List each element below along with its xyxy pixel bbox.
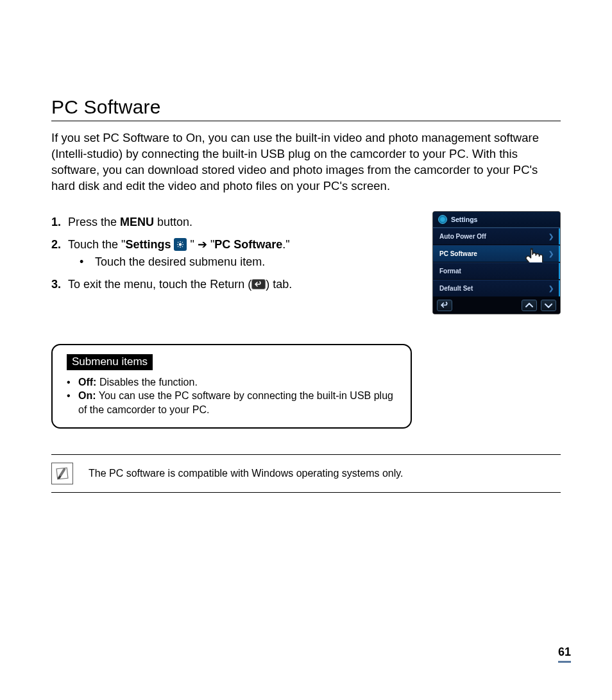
submenu-item-on: • On: You can use the PC software by con… <box>67 389 396 416</box>
step-text: Touch the " <box>68 238 125 251</box>
row-label: PC Software <box>439 250 477 257</box>
row-label: Format <box>439 268 461 275</box>
step-sub: • Touch the desired submenu item. <box>80 253 414 271</box>
pc-software-label: PC Software <box>214 238 282 251</box>
submenu-box: Submenu items • Off: Disables the functi… <box>51 344 412 429</box>
off-label: Off: <box>78 377 96 388</box>
gear-icon <box>438 215 447 224</box>
scroll-up-button[interactable] <box>522 300 537 311</box>
settings-label: Settings <box>125 238 171 251</box>
on-text: You can use the PC software by connectin… <box>78 390 393 415</box>
note: The PC software is compatible with Windo… <box>51 454 561 493</box>
return-button[interactable] <box>437 300 452 311</box>
step-text: ." <box>282 238 289 251</box>
step-text: Press the <box>68 216 120 228</box>
note-icon <box>51 463 73 484</box>
gear-icon <box>174 238 187 251</box>
step-text: button. <box>154 216 192 228</box>
submenu-item-off: • Off: Disables the function. <box>67 375 396 389</box>
steps-list: 1. Press the MENU button. 2. Touch the "… <box>51 214 414 298</box>
off-text: Disables the function. <box>96 377 197 388</box>
step-1: 1. Press the MENU button. <box>51 214 414 231</box>
scroll-down-button[interactable] <box>541 300 556 311</box>
step-number: 1. <box>51 214 68 231</box>
page-title: PC Software <box>51 96 561 121</box>
bullet-icon: • <box>67 375 78 389</box>
menu-button-label: MENU <box>120 216 154 228</box>
device-header: Settings <box>433 212 560 228</box>
device-row-pc-software[interactable]: PC Software ❯ <box>433 245 560 262</box>
device-footer <box>433 297 560 314</box>
note-text: The PC software is compatible with Windo… <box>89 468 404 479</box>
return-icon <box>251 279 266 289</box>
chevron-right-icon: ❯ <box>548 233 554 240</box>
step-number: 3. <box>51 276 68 293</box>
bullet-icon: • <box>67 389 78 416</box>
device-header-title: Settings <box>451 216 477 223</box>
row-label: Default Set <box>439 285 473 292</box>
step-text: " ➔ " <box>187 238 214 251</box>
device-row-format[interactable]: Format <box>433 262 560 280</box>
device-screenshot: Settings Auto Power Off ❯ PC Software ❯ … <box>432 211 561 314</box>
page-number: 61 <box>558 645 571 663</box>
sub-text: Touch the desired submenu item. <box>95 253 265 271</box>
bullet-icon: • <box>80 253 95 271</box>
svg-point-0 <box>180 244 182 246</box>
chevron-right-icon: ❯ <box>548 285 554 292</box>
submenu-title: Submenu items <box>67 354 153 370</box>
step-text: ) tab. <box>266 278 292 291</box>
intro-text: If you set PC Software to On, you can us… <box>51 130 561 194</box>
step-2: 2. Touch the "Settings " ➔ "PC Software.… <box>51 236 414 271</box>
on-label: On: <box>78 390 96 401</box>
step-3: 3. To exit the menu, touch the Return ( … <box>51 276 414 293</box>
device-row-auto-power-off[interactable]: Auto Power Off ❯ <box>433 228 560 245</box>
chevron-right-icon: ❯ <box>548 250 554 257</box>
device-row-default-set[interactable]: Default Set ❯ <box>433 280 560 297</box>
row-label: Auto Power Off <box>439 233 486 240</box>
step-number: 2. <box>51 236 68 271</box>
step-text: To exit the menu, touch the Return ( <box>68 278 251 291</box>
